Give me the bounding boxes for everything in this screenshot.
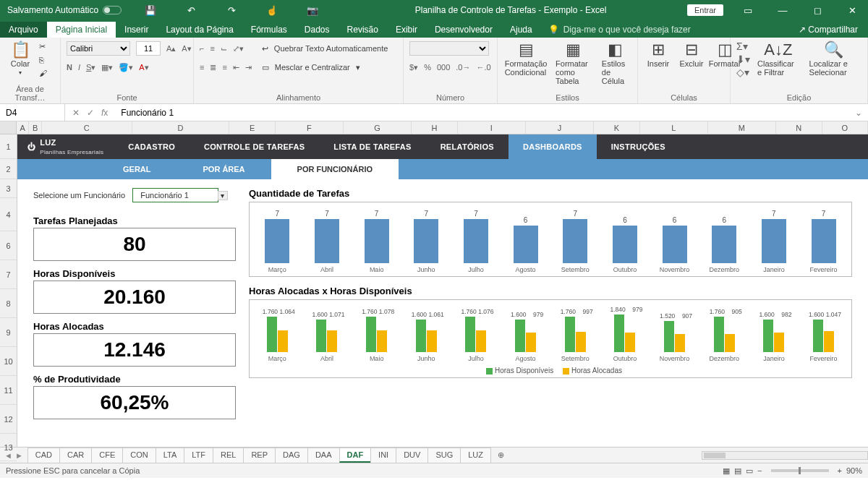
ribbon-opts-icon[interactable]: ▭ (732, 0, 764, 20)
sheet-tab[interactable]: LTF (184, 448, 213, 463)
dash-nav-item[interactable]: DASHBOARDS (509, 134, 597, 159)
maximize-icon[interactable]: ◻ (801, 0, 833, 20)
sheet-tab[interactable]: LUZ (460, 448, 491, 463)
sheet-tab[interactable]: CAD (27, 448, 60, 463)
dash-nav-item[interactable]: CONTROLE DE TAREFAS (190, 134, 319, 159)
format-table-button[interactable]: ▦Formatar como Tabela (553, 40, 595, 87)
tab-scroll-right-icon[interactable]: ► (15, 451, 23, 460)
orientation-icon[interactable]: ⤢▾ (233, 44, 244, 53)
fill-icon[interactable]: ⬇▾ (736, 53, 750, 65)
tab-scroll-left-icon[interactable]: ◄ (4, 451, 12, 460)
tab-formulas[interactable]: Fórmulas (242, 22, 296, 38)
indent-dec-icon[interactable]: ⇤ (233, 63, 239, 72)
accept-formula-icon[interactable]: ✓ (87, 108, 94, 118)
sheet-tab[interactable]: DAF (339, 448, 372, 463)
number-format-select[interactable] (409, 41, 489, 56)
sub-nav-item[interactable]: POR FUNCIONÁRIO (271, 159, 399, 179)
merge-center-button[interactable]: ▭ Mesclar e Centralizar ▾ (262, 59, 388, 75)
sub-nav-item[interactable]: GERAL (97, 159, 177, 179)
clear-icon[interactable]: ◇▾ (736, 67, 750, 78)
align-center-icon[interactable]: ≣ (210, 63, 216, 72)
select-all-triangle[interactable] (0, 121, 17, 134)
close-icon[interactable]: ✕ (836, 0, 868, 20)
sheet-tab[interactable]: SUG (427, 448, 461, 463)
paste-button[interactable]: 📋Colar▾ (6, 40, 35, 77)
normal-view-icon[interactable]: ▦ (723, 466, 730, 476)
align-top-icon[interactable]: ⌐ (200, 44, 204, 53)
find-select-button[interactable]: 🔍Localizar e Selecionar (807, 40, 861, 78)
align-bottom-icon[interactable]: ⌙ (221, 44, 227, 53)
dash-nav-item[interactable]: INSTRUÇÕES (597, 134, 680, 159)
dash-nav-item[interactable]: CADASTRO (114, 134, 190, 159)
font-color-icon[interactable]: A▾ (139, 63, 148, 72)
column-headers[interactable]: ABCDEFGHIJKLMNO (0, 121, 868, 134)
page-break-icon[interactable]: ▭ (746, 466, 753, 476)
shrink-font-icon[interactable]: A▾ (182, 44, 191, 53)
tab-developer[interactable]: Desenvolvedor (426, 22, 501, 38)
insert-cells-button[interactable]: ⊞Inserir (644, 40, 673, 69)
save-icon[interactable]: 💾 (135, 0, 166, 20)
dash-nav-item[interactable]: RELATÓRIOS (426, 134, 509, 159)
tell-me-search[interactable]: 💡Diga-me o que você deseja fazer (541, 22, 698, 38)
sort-filter-button[interactable]: A↓ZClassificar e Filtrar (754, 40, 802, 78)
fill-color-icon[interactable]: 🪣▾ (119, 63, 133, 72)
border-icon[interactable]: ▦▾ (101, 63, 113, 72)
grow-font-icon[interactable]: A▴ (166, 44, 176, 53)
tab-home[interactable]: Página Inicial (47, 22, 116, 38)
sheet-tab[interactable]: LTA (156, 448, 185, 463)
font-size-input[interactable] (136, 41, 161, 56)
formula-input[interactable]: Funcionário 1 (115, 108, 855, 118)
tab-help[interactable]: Ajuda (501, 22, 541, 38)
autosum-icon[interactable]: Σ▾ (736, 40, 750, 52)
sheet-tab[interactable]: DAA (307, 448, 340, 463)
zoom-out-icon[interactable]: − (757, 466, 762, 475)
signin-button[interactable]: Entrar (687, 4, 723, 16)
undo-icon[interactable]: ↶ (175, 0, 207, 20)
bold-icon[interactable]: N (67, 63, 72, 72)
zoom-level[interactable]: 90% (846, 466, 862, 475)
sheet-tab[interactable]: REL (213, 448, 244, 463)
italic-icon[interactable]: I (78, 63, 80, 72)
expand-formula-icon[interactable]: ⌄ (855, 108, 868, 118)
worksheet-canvas[interactable]: ⏻ LUZPlanilhas Empresariais CADASTROCONT… (17, 134, 868, 447)
sheet-tab[interactable]: REP (243, 448, 276, 463)
employee-dropdown[interactable]: Funcionário 1 (132, 188, 218, 202)
name-box[interactable]: D4 (0, 104, 65, 121)
zoom-slider[interactable] (771, 469, 829, 472)
format-painter-icon[interactable]: 🖌 (39, 69, 47, 77)
percent-icon[interactable]: % (424, 63, 431, 72)
tab-file[interactable]: Arquivo (0, 22, 47, 38)
comma-icon[interactable]: 000 (437, 63, 450, 72)
font-name-select[interactable]: Calibri (67, 41, 130, 56)
row-headers[interactable]: 1234678910111213 (0, 134, 17, 447)
inc-decimal-icon[interactable]: .0→ (456, 63, 470, 72)
align-middle-icon[interactable]: ≡ (210, 44, 214, 53)
tab-review[interactable]: Revisão (339, 22, 387, 38)
currency-icon[interactable]: $▾ (409, 63, 418, 72)
sheet-tab[interactable]: DAG (275, 448, 308, 463)
sheet-tab[interactable]: DUV (396, 448, 428, 463)
redo-icon[interactable]: ↷ (216, 0, 247, 20)
wrap-text-button[interactable]: ↩ Quebrar Texto Automaticamente (262, 40, 388, 56)
copy-icon[interactable]: ⎘ (39, 56, 47, 64)
autosave-toggle[interactable]: Salvamento Automático (0, 5, 129, 15)
new-sheet-icon[interactable]: ⊕ (490, 450, 511, 460)
camera-icon[interactable]: 📷 (297, 0, 328, 20)
sheet-tab[interactable]: CAR (59, 448, 92, 463)
cell-styles-button[interactable]: ◧Estilos de Célula (599, 40, 631, 87)
align-right-icon[interactable]: ≡ (222, 63, 226, 72)
cut-icon[interactable]: ✂ (39, 42, 47, 51)
dash-nav-item[interactable]: LISTA DE TAREFAS (319, 134, 425, 159)
underline-icon[interactable]: S▾ (86, 63, 95, 72)
conditional-format-button[interactable]: ▤Formatação Condicional (503, 40, 548, 78)
dec-decimal-icon[interactable]: ←.0 (476, 63, 490, 72)
page-layout-icon[interactable]: ▤ (734, 466, 741, 476)
sheet-tab[interactable]: INI (370, 448, 396, 463)
tab-insert[interactable]: Inserir (116, 22, 157, 38)
sub-nav-item[interactable]: POR ÁREA (177, 159, 271, 179)
minimize-icon[interactable]: — (767, 0, 799, 20)
horizontal-scrollbar[interactable] (702, 451, 868, 460)
tab-layout[interactable]: Layout da Página (157, 22, 242, 38)
tab-data[interactable]: Dados (296, 22, 339, 38)
cancel-formula-icon[interactable]: ✕ (72, 108, 80, 118)
